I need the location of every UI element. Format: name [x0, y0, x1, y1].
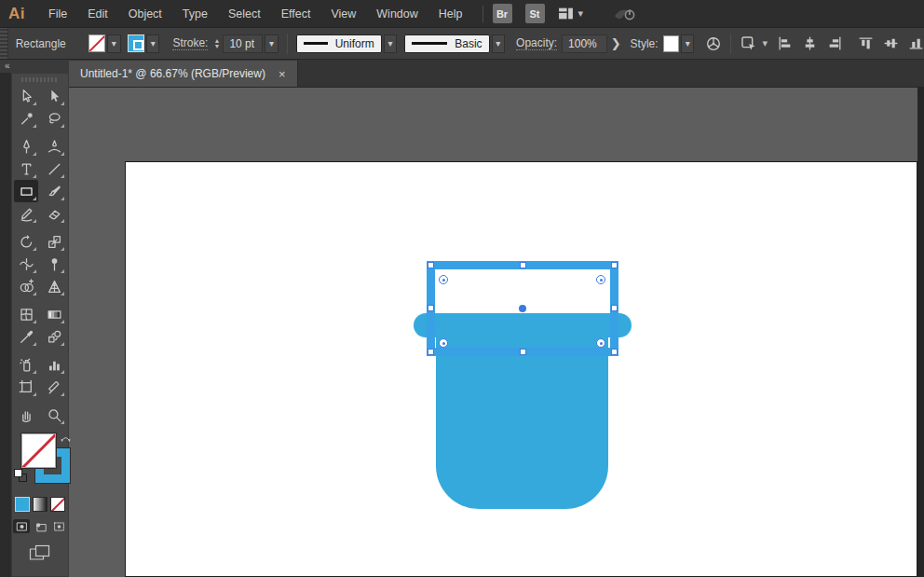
- tool-pen[interactable]: [14, 135, 38, 158]
- handle-middle-right[interactable]: [611, 305, 618, 311]
- variable-width-chevron[interactable]: ▾: [384, 34, 398, 53]
- menu-view[interactable]: View: [320, 0, 366, 28]
- corner-widget[interactable]: [596, 275, 605, 284]
- stroke-weight-chevron[interactable]: ▾: [265, 34, 279, 53]
- screen-mode-button[interactable]: [29, 544, 51, 561]
- corner-widget[interactable]: [596, 338, 605, 348]
- handle-middle-left[interactable]: [428, 305, 434, 311]
- fill-color-swatch[interactable]: [88, 34, 105, 52]
- stroke-weight-stepper[interactable]: ▲▼: [213, 38, 220, 49]
- stroke-panel-link[interactable]: Stroke:: [172, 36, 208, 50]
- fill-proxy-swatch[interactable]: [21, 433, 56, 468]
- color-button[interactable]: [15, 497, 30, 512]
- menu-help[interactable]: Help: [428, 0, 473, 28]
- tool-rectangle[interactable]: [14, 180, 38, 202]
- gradient-button[interactable]: [33, 497, 48, 512]
- style-swatch[interactable]: [663, 35, 679, 52]
- draw-inside-button[interactable]: [50, 519, 67, 533]
- align-top-icon[interactable]: [858, 35, 874, 51]
- tool-type[interactable]: [14, 158, 38, 180]
- tool-shaper[interactable]: [14, 202, 38, 225]
- tools-dock: «: [0, 60, 69, 577]
- menu-edit[interactable]: Edit: [77, 0, 118, 28]
- default-fill-stroke-icon[interactable]: [14, 469, 27, 482]
- menu-type[interactable]: Type: [172, 0, 218, 28]
- document-title: Untitled-1* @ 66.67% (RGB/Preview): [80, 67, 265, 80]
- style-chevron[interactable]: ▾: [681, 34, 695, 53]
- drawing-mode-buttons: [13, 519, 67, 533]
- tool-scale[interactable]: [42, 230, 66, 253]
- document-tab[interactable]: Untitled-1* @ 66.67% (RGB/Preview) ×: [69, 61, 298, 87]
- align-middle-v-icon[interactable]: [883, 35, 899, 51]
- none-button[interactable]: [50, 497, 65, 512]
- tool-zoom[interactable]: [42, 404, 66, 426]
- opacity-field[interactable]: 100%: [562, 34, 607, 53]
- tool-lasso[interactable]: [42, 107, 66, 130]
- tool-eraser[interactable]: [42, 202, 66, 225]
- recolor-artwork-icon[interactable]: [705, 35, 722, 52]
- menu-file[interactable]: File: [38, 0, 77, 28]
- tool-magic-wand[interactable]: [14, 107, 38, 130]
- tool-direct-selection[interactable]: [42, 85, 66, 107]
- tool-paintbrush[interactable]: [42, 180, 66, 202]
- panel-grip[interactable]: [21, 77, 59, 82]
- control-bar-grip[interactable]: [0, 28, 8, 59]
- canvas-pasteboard: [69, 88, 924, 577]
- handle-bottom-left[interactable]: [428, 349, 434, 355]
- tool-selection[interactable]: [14, 85, 38, 107]
- draw-behind-button[interactable]: [32, 519, 48, 533]
- align-center-h-icon[interactable]: [802, 35, 818, 51]
- handle-top-middle[interactable]: [520, 262, 526, 268]
- tool-blend[interactable]: [42, 325, 66, 348]
- menu-object[interactable]: Object: [118, 0, 172, 28]
- center-anchor-point[interactable]: [519, 305, 526, 312]
- tool-gradient[interactable]: [42, 303, 66, 325]
- tool-slice[interactable]: [42, 376, 66, 398]
- tool-perspective-grid[interactable]: [42, 275, 66, 297]
- tool-hand[interactable]: [14, 404, 38, 426]
- draw-normal-button[interactable]: [13, 519, 30, 533]
- menu-select[interactable]: Select: [218, 0, 271, 28]
- bridge-button[interactable]: Br: [493, 4, 512, 23]
- align-left-icon[interactable]: [777, 35, 793, 51]
- tool-column-graph[interactable]: [42, 353, 66, 376]
- align-right-icon[interactable]: [827, 35, 843, 51]
- align-bottom-icon[interactable]: [908, 35, 924, 51]
- handle-top-right[interactable]: [611, 262, 618, 268]
- handle-bottom-middle[interactable]: [520, 349, 526, 355]
- document-tab-bar: Untitled-1* @ 66.67% (RGB/Preview) ×: [69, 60, 924, 88]
- tool-puppet-warp[interactable]: [42, 253, 66, 275]
- shape-menu-button[interactable]: ▾: [740, 34, 768, 52]
- brush-stroke-icon: [412, 42, 447, 45]
- opacity-panel-link[interactable]: Opacity:: [516, 36, 557, 50]
- stroke-color-swatch[interactable]: [128, 34, 144, 52]
- opacity-chevron-right-icon[interactable]: ❯: [607, 36, 625, 50]
- stroke-dropdown-chevron[interactable]: ▾: [146, 34, 160, 53]
- menu-window[interactable]: Window: [366, 0, 428, 28]
- swap-fill-stroke-icon[interactable]: [60, 433, 72, 445]
- corner-widget[interactable]: [439, 338, 448, 348]
- corner-widget[interactable]: [439, 275, 448, 284]
- handle-top-left[interactable]: [428, 262, 434, 268]
- tool-artboard[interactable]: [14, 376, 38, 398]
- dock-collapse-button[interactable]: «: [0, 60, 69, 73]
- menu-effect[interactable]: Effect: [271, 0, 321, 28]
- handle-bottom-right[interactable]: [611, 349, 618, 355]
- shape-menu-icon: [740, 34, 757, 52]
- tool-rotate[interactable]: [14, 230, 38, 253]
- brush-chevron[interactable]: ▾: [492, 34, 506, 53]
- stroke-weight-field[interactable]: 10 pt: [223, 34, 263, 53]
- tool-symbol-sprayer[interactable]: [14, 353, 38, 376]
- variable-width-dropdown[interactable]: Uniform: [296, 34, 382, 53]
- workspace-switcher[interactable]: ▾: [558, 6, 584, 21]
- tool-curvature[interactable]: [42, 135, 66, 158]
- fill-dropdown-chevron[interactable]: ▾: [107, 34, 121, 53]
- tab-close-icon[interactable]: ×: [279, 67, 286, 81]
- tool-line-segment[interactable]: [42, 158, 66, 180]
- tool-shape-builder[interactable]: [14, 275, 38, 297]
- stock-button[interactable]: St: [525, 4, 545, 23]
- brush-dropdown[interactable]: Basic: [404, 34, 489, 53]
- tool-mesh[interactable]: [14, 303, 38, 325]
- tool-eyedropper[interactable]: [14, 325, 38, 348]
- tool-width[interactable]: [14, 253, 38, 275]
